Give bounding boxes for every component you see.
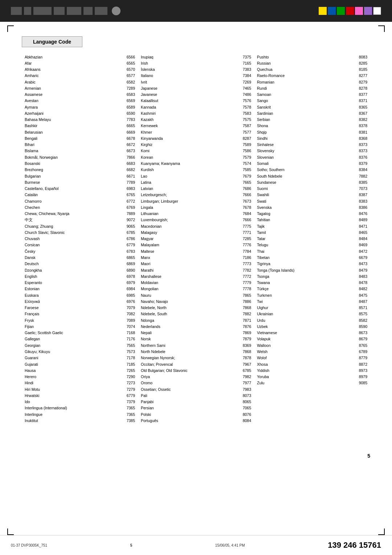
list-item: Belarusian6669: [25, 129, 135, 135]
language-code: 6582: [123, 79, 135, 85]
list-item: Chuang; Zhuang9065: [25, 223, 135, 229]
list-item: Kirghiz7589: [141, 142, 251, 148]
page-content: Language Code Abkhazian6566Afar6565Afrik…: [0, 22, 392, 446]
language-code: 7666: [240, 192, 251, 198]
language-code: 8379: [356, 161, 367, 166]
language-code: 6577: [123, 73, 135, 78]
language-code: 7285: [240, 236, 251, 242]
list-item: Tsonga8483: [257, 273, 367, 279]
language-code: 8673: [356, 330, 367, 336]
language-code: 6779: [123, 242, 135, 248]
language-name: Maori: [141, 261, 240, 267]
language-name: Tajik: [257, 223, 356, 229]
language-code: 7168: [123, 330, 135, 336]
language-name: North Ndebele: [141, 349, 240, 355]
language-code: 7082: [123, 311, 135, 317]
list-item: Northern Sami8369: [141, 342, 251, 348]
language-code: 7977: [240, 380, 251, 386]
language-code: 8476: [356, 211, 367, 216]
language-name: Nauru: [141, 292, 240, 298]
language-name: Assamese: [25, 92, 123, 97]
language-code: 7879: [240, 336, 251, 342]
language-name: Khmer: [141, 129, 240, 135]
title-box: Language Code: [22, 36, 82, 47]
list-item: Português8084: [141, 417, 251, 424]
list-item: South Ndebele7882: [257, 173, 367, 179]
list-item: Magyar7285: [141, 236, 251, 242]
language-name: Estonian: [25, 286, 123, 292]
list-item: Kernewek7587: [141, 123, 251, 129]
list-item: Svenska8386: [257, 204, 367, 210]
language-name: Ndebele, North: [141, 305, 240, 311]
list-item: Swahili8387: [257, 192, 367, 198]
header-block-3: [33, 7, 52, 15]
language-name: Quechua: [257, 66, 356, 72]
list-item: Volapuk8679: [257, 336, 367, 342]
list-item: Brezhoneg6682: [25, 167, 135, 173]
language-name: Ossetian; Ossetic: [141, 386, 240, 392]
language-code: 7865: [240, 292, 251, 298]
list-item: English6978: [25, 273, 135, 279]
language-code: 7678: [240, 204, 251, 210]
list-item: Ukrainian8575: [257, 311, 367, 317]
list-item: Tigrinya8473: [257, 261, 367, 267]
language-code: 6590: [123, 110, 135, 116]
language-name: Burmese: [25, 179, 123, 185]
list-item: Latvian7686: [141, 186, 251, 192]
language-name: Chuvash: [25, 236, 123, 242]
language-name: Latina: [141, 179, 240, 185]
language-code: 8469: [356, 242, 367, 248]
list-item: Oromo7977: [141, 380, 251, 386]
language-name: Armenian: [25, 85, 123, 91]
language-name: Uighur: [257, 305, 356, 311]
language-name: Bislama: [25, 148, 123, 154]
language-code: 7486: [240, 92, 251, 97]
language-code: 6985: [123, 292, 135, 298]
language-name: Walloon: [257, 343, 356, 348]
list-item: Serbian8382: [257, 117, 367, 123]
list-item: Burmese7789: [25, 179, 135, 185]
language-code: 6869: [123, 261, 135, 267]
language-name: Romanian: [257, 79, 356, 85]
language-code: 8575: [356, 311, 367, 317]
language-code: 7573: [123, 349, 135, 355]
language-code: 6570: [123, 66, 135, 72]
language-code: 6679: [356, 255, 367, 260]
language-name: Íslenska: [141, 66, 240, 72]
language-code: 6671: [123, 173, 135, 179]
language-code: 8487: [356, 299, 367, 304]
language-name: Bengali: [25, 135, 123, 141]
language-name: Vietnamese: [257, 330, 356, 336]
list-item: Georgian7565: [25, 342, 135, 348]
list-item: Irish7165: [141, 60, 251, 66]
language-code: 8384: [356, 167, 367, 173]
list-item: Oriya7982: [141, 374, 251, 380]
language-name: Oriya: [141, 374, 240, 380]
list-item: Inupiaq7375: [141, 54, 251, 60]
list-item: Kannada7578: [141, 104, 251, 110]
language-code: 7889: [123, 211, 135, 216]
language-code: 7878: [240, 355, 251, 361]
language-code: 6566: [123, 54, 135, 60]
language-code: 8465: [356, 230, 367, 235]
list-item: Bengali6678: [25, 135, 135, 141]
language-code: 8368: [356, 135, 367, 141]
language-code: 7375: [240, 54, 251, 60]
list-item: Esperanto6979: [25, 280, 135, 286]
list-item: Ndebele, South7882: [141, 311, 251, 317]
language-code: 8590: [356, 324, 367, 329]
list-item: Quechua8185: [257, 66, 367, 73]
list-item: Sotho; Southern8384: [257, 167, 367, 173]
list-item: Ivrit7269: [141, 79, 251, 85]
language-code: 8979: [356, 374, 367, 380]
language-name: Slovensky: [257, 148, 356, 154]
language-code: 8185: [356, 66, 367, 72]
language-code: 8482: [356, 286, 367, 292]
language-code: 7871: [240, 317, 251, 323]
list-item: Church Slavic; Slavonic6785: [25, 229, 135, 235]
list-item: Uzbek8590: [257, 323, 367, 329]
language-code: 8376: [356, 154, 367, 160]
language-name: Marathi: [141, 267, 240, 273]
language-name: Česky: [25, 248, 123, 254]
language-name: Norsk: [141, 336, 240, 342]
